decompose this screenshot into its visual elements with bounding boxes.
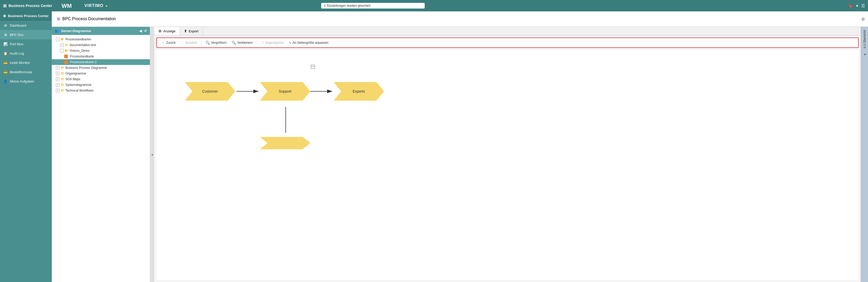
- status-message: Einstellungen wurden gesichert: [327, 4, 370, 7]
- bottom-shape-container[interactable]: [260, 133, 310, 153]
- sidebar: ⊞ Business Process Center ⊞ Dashboard 🖥 …: [0, 11, 52, 282]
- right-panel-label: Übersicht: [863, 30, 866, 43]
- tree-label: Systemdiagramme: [65, 83, 91, 87]
- customer-shape-container[interactable]: Customer: [185, 76, 235, 107]
- menu-icon[interactable]: ☰: [861, 3, 865, 8]
- zoom-out-icon: 🔍: [231, 41, 236, 45]
- forward-button[interactable]: → Vorwärts: [179, 40, 199, 45]
- toolbar-divider-1: [201, 40, 202, 45]
- forward-label: Vorwärts: [185, 41, 197, 44]
- right-panel[interactable]: 8.3 Übersicht ◀: [861, 27, 868, 282]
- tree-collapse-prozesslandkarten[interactable]: −: [56, 37, 60, 41]
- inubit-icon: 💳: [3, 60, 8, 65]
- folder-icon: 📁: [61, 72, 64, 75]
- tree-item-systemdiagramme[interactable]: + 📁 Systemdiagramme: [52, 82, 150, 88]
- bookmark-icon[interactable]: 🔖: [848, 3, 853, 8]
- tree-refresh-icon[interactable]: ↺: [144, 29, 147, 33]
- tree-collapse-organigramme[interactable]: +: [56, 72, 60, 75]
- export-tab-icon: ⬆: [184, 29, 187, 33]
- tree-item-soa[interactable]: + 📁 SOA Maps: [52, 76, 150, 82]
- sidebar-item-label: Perf Mon: [10, 42, 24, 46]
- support-shape-container[interactable]: Support: [260, 76, 310, 107]
- status-bar: ℹ Einstellungen wurden gesichert: [321, 3, 425, 8]
- back-icon: ←: [162, 41, 165, 44]
- page-header: ⊞ BPC Process Documentation: [52, 11, 868, 27]
- tree-header-icon: 👥: [55, 29, 59, 33]
- tree-item-prozesslandkarte-2[interactable]: Prozesslandkarte-2: [52, 59, 150, 65]
- tree-collapse-bpd[interactable]: +: [56, 66, 60, 70]
- fit-icon: ⤡: [289, 41, 291, 44]
- process-icon: [64, 55, 68, 58]
- main-split: 👥 Server-Diagramme ◀ ↺ − 📂: [52, 27, 868, 282]
- diagram-tabs: ⚙ Anzeige ⬆ Export: [154, 27, 861, 35]
- tree-header-label: Server-Diagramme: [61, 29, 91, 33]
- tree-item-prozesslandkarte[interactable]: Prozesslandkarte: [52, 54, 150, 59]
- original-size-button[interactable]: ⤢ Originalgröße: [259, 40, 286, 45]
- tree-collapse-technical[interactable]: +: [56, 89, 60, 92]
- tree-item-documentation-test[interactable]: + 📁 documentation-test: [52, 42, 150, 48]
- right-panel-number: 8.3: [863, 44, 866, 48]
- tab-anzeige[interactable]: ⚙ Anzeige: [154, 27, 180, 35]
- resize-handle[interactable]: [311, 65, 315, 68]
- tree-collapse-handle[interactable]: ◀: [150, 27, 154, 282]
- tree-collapse-visions[interactable]: −: [60, 49, 64, 53]
- folder-icon: 📁: [65, 43, 69, 47]
- support-shape: Support: [260, 76, 310, 107]
- fit-page-button[interactable]: ⤡ An Seitengröße anpassen: [287, 40, 331, 45]
- right-panel-content[interactable]: 8.3 Übersicht: [861, 27, 868, 51]
- diagram-toolbar: ← Zurück → Vorwärts 🔍 Vergrößern: [156, 37, 859, 48]
- sidebar-item-bestellformular[interactable]: 💳 Bestellformular: [0, 67, 52, 76]
- zoom-out-button[interactable]: 🔍 Verkleinern: [229, 39, 255, 46]
- settings-icon[interactable]: ⚙: [861, 17, 865, 22]
- folder-icon: 📁: [61, 89, 64, 92]
- main-area: ⊞ Business Process Center ⊞ Dashboard 🖥 …: [0, 11, 868, 282]
- app-title-label: Business Process Center: [8, 4, 52, 8]
- zoom-in-label: Vergrößern: [211, 41, 226, 44]
- tree-collapse-system[interactable]: +: [56, 83, 60, 87]
- tree-label: Technical Workflows: [65, 89, 93, 92]
- sidebar-item-bpcdoc[interactable]: 🖥 BPC Doc: [0, 30, 52, 39]
- sidebar-item-auditlog[interactable]: 📋 Audit Log: [0, 49, 52, 58]
- tree-collapse-documentation[interactable]: +: [60, 43, 64, 47]
- tree-item-organigramme[interactable]: + 📁 Organigramme: [52, 71, 150, 76]
- bestellformular-icon: 💳: [3, 70, 8, 74]
- tree-collapse-soa[interactable]: +: [56, 77, 60, 81]
- status-dot: ●: [105, 4, 108, 8]
- tree-label: Organigramme: [65, 72, 86, 75]
- sidebar-item-label: Dashboard: [10, 24, 26, 27]
- tree-item-prozesslandkarten[interactable]: − 📂 Prozesslandkarten: [52, 36, 150, 42]
- sidebar-item-dashboard[interactable]: ⊞ Dashboard: [0, 21, 52, 30]
- sidebar-header: ⊞ Business Process Center: [0, 11, 52, 21]
- tree-label: Business Process Diagramme: [65, 66, 107, 70]
- forward-icon: →: [181, 41, 184, 44]
- top-bar: ⊞ Business Process Center WM VIRTIMO ● ℹ…: [0, 0, 868, 11]
- folder-icon: 📁: [61, 77, 64, 81]
- sidebar-item-inubit[interactable]: 💳 inubit Monitor: [0, 58, 52, 67]
- tree-item-technical[interactable]: + 📁 Technical Workflows: [52, 88, 150, 93]
- sidebar-item-perfmon[interactable]: 📊 Perf Mon: [0, 39, 52, 49]
- logo-svg: WM: [62, 2, 82, 9]
- tree-item-bpd[interactable]: + 📁 Business Process Diagramme: [52, 65, 150, 71]
- experts-shape-container[interactable]: Experts: [334, 76, 384, 107]
- sidebar-item-label: Meine Aufgaben: [10, 80, 34, 83]
- right-collapse-button[interactable]: ◀: [861, 51, 868, 57]
- tree-collapse-icon[interactable]: ◀: [139, 29, 142, 33]
- tab-export-label: Export: [189, 29, 198, 33]
- info-icon: ℹ: [324, 4, 326, 7]
- fit-label: An Seitengröße anpassen: [292, 41, 329, 44]
- app-container: ⊞ Business Process Center WM VIRTIMO ● ℹ…: [0, 0, 868, 282]
- tree-panel: 👥 Server-Diagramme ◀ ↺ − 📂: [52, 27, 150, 282]
- logo-area: WM VIRTIMO ●: [62, 2, 108, 9]
- logo-text: VIRTIMO: [84, 3, 103, 8]
- tree-label: Prozesslandkarte: [70, 55, 94, 58]
- app-icon: ⊞: [3, 3, 6, 8]
- sidebar-item-label: Audit Log: [10, 52, 24, 55]
- auditlog-icon: 📋: [3, 51, 8, 56]
- sidebar-item-meineaufgaben[interactable]: 👤 Meine Aufgaben: [0, 76, 52, 86]
- back-button[interactable]: ← Zurück: [160, 40, 178, 45]
- zoom-in-button[interactable]: 🔍 Vergrößern: [204, 39, 228, 46]
- experts-label: Experts: [353, 89, 365, 93]
- tab-export[interactable]: ⬆ Export: [180, 27, 203, 35]
- tree-item-visions-demo[interactable]: − 📂 Visions_Demo: [52, 48, 150, 54]
- dropdown-icon[interactable]: ▾: [856, 3, 858, 8]
